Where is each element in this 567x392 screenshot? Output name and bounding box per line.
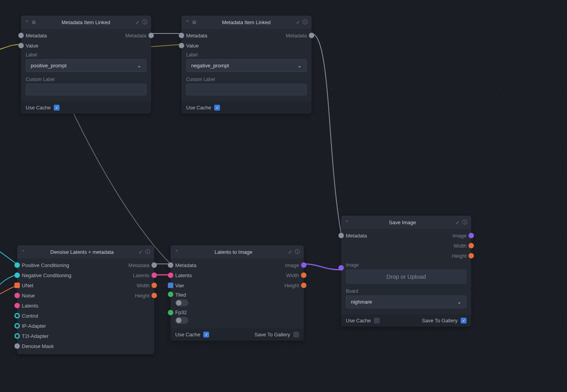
port-negative-conditioning[interactable]: [14, 272, 20, 278]
port-label: Width: [454, 243, 467, 249]
field-label: Label: [26, 52, 146, 58]
port-metadata-in[interactable]: [18, 33, 24, 38]
port-label: Metadata: [175, 262, 196, 268]
fp32-toggle[interactable]: [175, 317, 188, 324]
node-latents-to-image[interactable]: ⌃ Latents to Image ✓ ⓘ Metadata Image La…: [171, 245, 304, 341]
port-latents-out[interactable]: [151, 272, 157, 278]
port-positive-conditioning[interactable]: [14, 262, 20, 268]
node-header[interactable]: ⌃ Save Image ✓ ⓘ: [341, 216, 471, 229]
port-t2i-adapter[interactable]: [14, 333, 20, 339]
port-label: Latents: [175, 272, 192, 278]
port-control[interactable]: [14, 313, 20, 318]
port-label: Height: [452, 253, 467, 259]
node-denoise-latents[interactable]: ⌃ Denoise Latents + metadata ✓ ⓘ Positiv…: [17, 245, 154, 354]
port-image-in[interactable]: [338, 265, 344, 271]
port-ip-adapter[interactable]: [14, 323, 20, 329]
collapse-icon[interactable]: ⌃: [174, 249, 179, 255]
port-label: T2I-Adapter: [22, 333, 49, 339]
check-icon: ✓: [456, 220, 460, 225]
tiled-toggle[interactable]: [175, 299, 188, 306]
port-vae-in[interactable]: [168, 283, 173, 288]
field-label: Custom Label: [26, 77, 146, 82]
select-value: nighmare: [351, 299, 372, 305]
node-header[interactable]: ⌃ ⚙ Metadata Item Linked ✓ ⓘ: [181, 16, 312, 29]
port-fp32-in[interactable]: [168, 310, 173, 315]
port-width-out[interactable]: [468, 243, 474, 248]
node-header[interactable]: ⌃ Latents to Image ✓ ⓘ: [171, 245, 304, 258]
port-label: Control: [22, 313, 38, 319]
port-label: Metadata: [186, 33, 207, 39]
collapse-icon[interactable]: ⌃: [345, 220, 349, 225]
board-select[interactable]: nighmare ⌄: [346, 295, 467, 308]
field-label: Board: [346, 288, 467, 294]
port-value-in[interactable]: [179, 43, 184, 48]
collapse-icon[interactable]: ⌃: [25, 19, 29, 25]
use-cache-label: Use Cache: [175, 332, 200, 338]
save-gallery-checkbox[interactable]: [293, 332, 299, 338]
port-label: Latents: [133, 272, 150, 278]
port-width-out[interactable]: [301, 272, 306, 278]
custom-label-input[interactable]: [186, 84, 307, 95]
info-icon[interactable]: ⓘ: [462, 219, 467, 226]
field-label: Image: [346, 262, 467, 268]
node-canvas[interactable]: ⌃ ⚙ Metadata Item Linked ✓ ⓘ Metadata Me…: [0, 0, 567, 392]
port-latents-in[interactable]: [14, 303, 20, 308]
node-metadata-item-linked-2[interactable]: ⌃ ⚙ Metadata Item Linked ✓ ⓘ Metadata Me…: [181, 16, 312, 114]
port-unet[interactable]: [14, 283, 20, 288]
port-denoise-mask[interactable]: [14, 343, 20, 349]
label-select[interactable]: positive_prompt ⌄: [26, 59, 146, 72]
port-metadata-in[interactable]: [179, 33, 184, 38]
port-width-out[interactable]: [151, 283, 157, 288]
check-icon: ✓: [296, 19, 300, 25]
info-icon[interactable]: ⓘ: [303, 19, 308, 26]
use-cache-label: Use Cache: [186, 105, 211, 111]
node-title: Metadata Item Linked: [199, 19, 294, 25]
port-image-out[interactable]: [468, 233, 474, 238]
port-label: Positive Conditioning: [22, 262, 69, 268]
port-metadata-in[interactable]: [338, 233, 344, 238]
port-value-in[interactable]: [18, 43, 24, 48]
info-icon[interactable]: ⓘ: [295, 248, 300, 255]
port-height-out[interactable]: [151, 293, 157, 298]
field-label: Custom Label: [186, 77, 307, 82]
chevron-down-icon: ⌄: [457, 299, 461, 305]
port-metadata-in[interactable]: [168, 262, 173, 268]
select-value: positive_prompt: [31, 63, 67, 69]
port-metadata-out[interactable]: [309, 33, 314, 38]
use-cache-checkbox[interactable]: ✓: [54, 105, 60, 111]
collapse-icon[interactable]: ⌃: [21, 249, 25, 255]
collapse-icon[interactable]: ⌃: [185, 19, 190, 25]
gear-icon[interactable]: ⚙: [32, 19, 36, 25]
port-tiled-in[interactable]: [168, 292, 173, 297]
port-label: Fp32: [175, 309, 299, 315]
node-save-image[interactable]: ⌃ Save Image ✓ ⓘ Metadata Image Width He…: [341, 216, 471, 327]
use-cache-checkbox[interactable]: ✓: [203, 332, 209, 338]
custom-label-input[interactable]: [26, 84, 146, 95]
node-metadata-item-linked-1[interactable]: ⌃ ⚙ Metadata Item Linked ✓ ⓘ Metadata Me…: [21, 16, 151, 114]
port-latents-in[interactable]: [168, 272, 173, 278]
port-metadata-out[interactable]: [148, 33, 154, 38]
use-cache-label: Use Cache: [346, 318, 371, 323]
port-height-out[interactable]: [468, 253, 474, 258]
info-icon[interactable]: ⓘ: [145, 248, 150, 255]
save-gallery-label: Save To Gallery: [422, 318, 458, 323]
port-noise[interactable]: [14, 293, 20, 298]
node-header[interactable]: ⌃ ⚙ Metadata Item Linked ✓ ⓘ: [21, 16, 151, 29]
use-cache-checkbox[interactable]: ✓: [214, 105, 220, 111]
use-cache-checkbox[interactable]: [374, 318, 380, 323]
gear-icon[interactable]: ⚙: [192, 19, 197, 25]
save-gallery-checkbox[interactable]: ✓: [461, 318, 467, 323]
info-icon[interactable]: ⓘ: [142, 19, 147, 26]
field-label: Label: [186, 52, 307, 58]
label-select[interactable]: negative_prompt ⌄: [186, 59, 307, 72]
port-label: Latents: [22, 303, 39, 309]
port-height-out[interactable]: [301, 283, 306, 288]
port-label: Denoise Mask: [22, 343, 54, 349]
port-label: Negative Conditioning: [22, 272, 71, 278]
image-dropzone[interactable]: Drop or Upload: [346, 269, 467, 284]
port-label: Metadata: [26, 33, 47, 39]
port-metadata-out[interactable]: [151, 262, 157, 268]
port-image-out[interactable]: [301, 262, 306, 268]
port-label: Metadata: [129, 262, 150, 268]
node-header[interactable]: ⌃ Denoise Latents + metadata ✓ ⓘ: [17, 245, 154, 258]
